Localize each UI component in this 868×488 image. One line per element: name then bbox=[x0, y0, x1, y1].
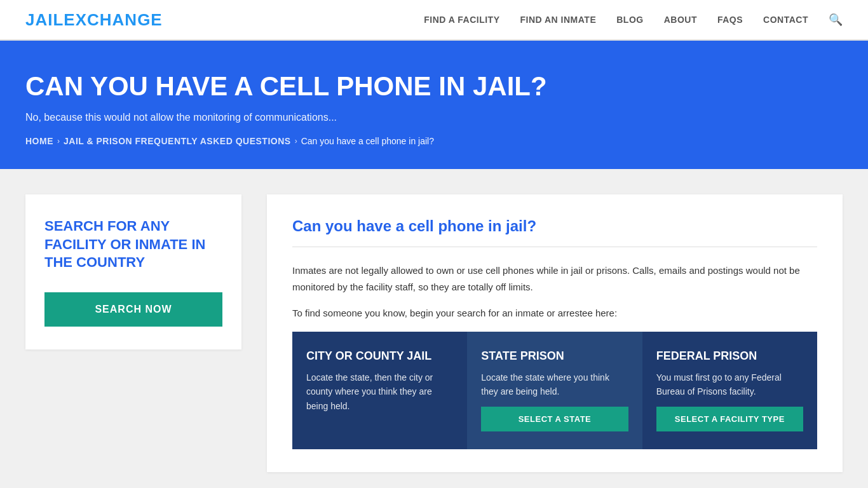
nav-about[interactable]: ABOUT bbox=[664, 15, 697, 25]
breadcrumb-parent[interactable]: Jail & Prison Frequently Asked Questions bbox=[64, 136, 291, 146]
breadcrumb-home[interactable]: Home bbox=[25, 136, 53, 146]
site-header: JAILEXCHANGE FIND A FACILITY FIND AN INM… bbox=[0, 0, 868, 41]
card-federal-title: FEDERAL PRISON bbox=[656, 349, 803, 363]
card-federal-description: You must first go to any Federal Bureau … bbox=[656, 370, 803, 399]
select-state-button[interactable]: SELECT A STATE bbox=[481, 407, 628, 431]
sidebar: SEARCH FOR ANY FACILITY OR INMATE IN THE… bbox=[25, 194, 241, 349]
search-now-button[interactable]: SEARCH NOW bbox=[44, 292, 222, 327]
nav-contact[interactable]: CONTACT bbox=[763, 15, 808, 25]
article-divider bbox=[292, 247, 817, 247]
main-content: SEARCH FOR ANY FACILITY OR INMATE IN THE… bbox=[0, 169, 868, 488]
card-city-title: CITY OR COUNTY JAIL bbox=[306, 349, 453, 363]
nav-find-inmate[interactable]: FIND AN INMATE bbox=[520, 15, 596, 25]
breadcrumb-current: Can you have a cell phone in jail? bbox=[301, 136, 434, 146]
main-nav: FIND A FACILITY FIND AN INMATE BLOG ABOU… bbox=[424, 13, 843, 27]
article-paragraph-1: Inmates are not legally allowed to own o… bbox=[292, 262, 817, 295]
article: Can you have a cell phone in jail? Inmat… bbox=[267, 194, 843, 472]
card-state-description: Locate the state where you think they ar… bbox=[481, 370, 628, 399]
facility-cards: CITY OR COUNTY JAIL Locate the state, th… bbox=[292, 332, 817, 449]
nav-blog[interactable]: BLOG bbox=[616, 15, 643, 25]
hero-subtitle: No, because this would not allow the mon… bbox=[25, 112, 843, 123]
nav-find-facility[interactable]: FIND A FACILITY bbox=[424, 15, 499, 25]
nav-faqs[interactable]: FAQs bbox=[717, 15, 743, 25]
hero-section: CAN YOU HAVE A CELL PHONE IN JAIL? No, b… bbox=[0, 41, 868, 169]
search-icon[interactable]: 🔍 bbox=[829, 13, 843, 27]
logo-jail: JAIL bbox=[25, 10, 64, 29]
card-state-title: STATE PRISON bbox=[481, 349, 628, 363]
card-federal-prison: FEDERAL PRISON You must first go to any … bbox=[642, 332, 817, 449]
card-state-prison: STATE PRISON Locate the state where you … bbox=[467, 332, 642, 449]
card-city-county-jail: CITY OR COUNTY JAIL Locate the state, th… bbox=[292, 332, 467, 449]
page-title: CAN YOU HAVE A CELL PHONE IN JAIL? bbox=[25, 71, 597, 102]
article-paragraph-2: To find someone you know, begin your sea… bbox=[292, 305, 817, 322]
breadcrumb-sep-2: › bbox=[295, 137, 297, 146]
article-heading: Can you have a cell phone in jail? bbox=[292, 217, 817, 235]
sidebar-heading: SEARCH FOR ANY FACILITY OR INMATE IN THE… bbox=[44, 217, 222, 272]
breadcrumb: Home › Jail & Prison Frequently Asked Qu… bbox=[25, 136, 843, 146]
breadcrumb-sep-1: › bbox=[57, 137, 60, 146]
select-facility-type-button[interactable]: SELECT A FACILITY TYPE bbox=[656, 407, 803, 431]
card-city-description: Locate the state, then the city or count… bbox=[306, 370, 453, 413]
site-logo[interactable]: JAILEXCHANGE bbox=[25, 10, 163, 30]
logo-exchange: EXCHANGE bbox=[64, 10, 162, 29]
